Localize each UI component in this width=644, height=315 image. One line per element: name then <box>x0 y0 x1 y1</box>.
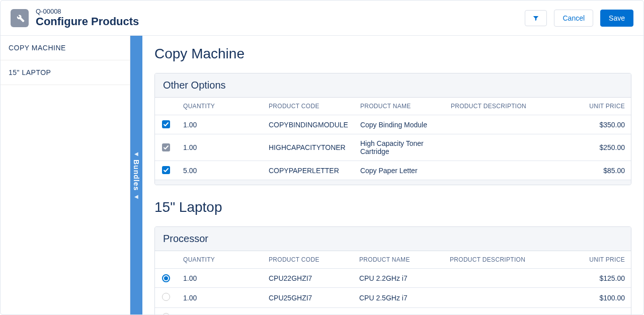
header-titles: Q-00008 Configure Products <box>36 8 139 28</box>
table-row: 1.00COPYBINDINGMODULECopy Binding Module… <box>155 115 631 134</box>
col-select <box>155 98 177 115</box>
page-title: Configure Products <box>36 15 139 28</box>
quote-id: Q-00008 <box>36 8 139 15</box>
cell-price: $350.00 <box>571 115 631 134</box>
filter-icon <box>532 15 539 22</box>
col-desc: PRODUCT DESCRIPTION <box>445 98 571 115</box>
cell-name: CPU 2.8GHz i7 <box>353 308 444 314</box>
cell-description <box>445 161 571 180</box>
save-button[interactable]: Save <box>600 10 633 27</box>
col-code: PRODUCT CODE <box>263 251 353 269</box>
table-row: 1.00HIGHCAPACITYTONERHigh Capacity Toner… <box>155 134 631 161</box>
cell-price: $85.00 <box>571 161 631 180</box>
cell-quantity: 1.00 <box>177 269 263 288</box>
cell-description <box>445 134 571 161</box>
chevron-left-icon: ◀ <box>134 151 138 156</box>
header-left: Q-00008 Configure Products <box>11 8 139 28</box>
sidebar-item-15-laptop[interactable]: 15" LAPTOP <box>1 60 130 85</box>
cell-code: HIGHCAPACITYTONER <box>263 134 354 161</box>
body: COPY MACHINE 15" LAPTOP ◀ Bundles ◀ Copy… <box>1 36 643 314</box>
cell-description <box>444 308 571 314</box>
options-table: QUANTITYPRODUCT CODEPRODUCT NAMEPRODUCT … <box>155 251 631 314</box>
bundles-collapse-tab[interactable]: ◀ Bundles ◀ <box>130 36 142 314</box>
table-row: 1.00CPU28GHZI7CPU 2.8GHz i7$250.00 <box>155 308 631 314</box>
cell-name: CPU 2.2GHz i7 <box>353 269 444 288</box>
col-price: UNIT PRICE <box>571 98 631 115</box>
cell-code: COPYPAPERLETTER <box>263 161 354 180</box>
app-frame: Q-00008 Configure Products Cancel Save C… <box>0 0 644 315</box>
col-quantity: QUANTITY <box>177 98 263 115</box>
table-row: 5.00COPYPAPERLETTERCopy Paper Letter$85.… <box>155 161 631 180</box>
panel-footer-gap <box>155 180 631 185</box>
section-title: 15" Laptop <box>154 199 631 215</box>
row-checkbox <box>162 143 170 151</box>
cell-name: High Capacity Toner Cartridge <box>354 134 445 161</box>
col-name: PRODUCT NAME <box>353 251 444 269</box>
row-radio[interactable] <box>162 274 170 282</box>
cell-name: Copy Binding Module <box>354 115 445 134</box>
cell-quantity: 1.00 <box>177 115 263 134</box>
col-price: UNIT PRICE <box>571 251 631 269</box>
panel-header: Processor <box>155 227 631 251</box>
filter-button[interactable] <box>525 10 547 26</box>
row-checkbox[interactable] <box>162 120 170 128</box>
bundles-tab-label: Bundles <box>132 160 140 191</box>
header-actions: Cancel Save <box>525 10 633 27</box>
sidebar: COPY MACHINE 15" LAPTOP <box>1 36 130 314</box>
option-panel: Other OptionsQUANTITYPRODUCT CODEPRODUCT… <box>154 73 631 185</box>
cell-quantity: 5.00 <box>177 161 263 180</box>
cell-description <box>445 115 571 134</box>
cell-name: Copy Paper Letter <box>354 161 445 180</box>
panel-header: Other Options <box>155 73 631 98</box>
col-code: PRODUCT CODE <box>263 98 354 115</box>
col-quantity: QUANTITY <box>177 251 263 269</box>
options-table: QUANTITYPRODUCT CODEPRODUCT NAMEPRODUCT … <box>155 98 631 180</box>
wrench-icon <box>11 9 29 27</box>
cell-price: $125.00 <box>571 269 631 288</box>
main-content: Copy MachineOther OptionsQUANTITYPRODUCT… <box>142 36 643 314</box>
col-desc: PRODUCT DESCRIPTION <box>444 251 571 269</box>
sidebar-item-label: COPY MACHINE <box>9 44 66 52</box>
cell-code: COPYBINDINGMODULE <box>263 115 354 134</box>
cell-price: $250.00 <box>571 308 631 314</box>
cell-code: CPU25GHZI7 <box>263 288 353 308</box>
cell-description <box>444 288 571 308</box>
col-name: PRODUCT NAME <box>354 98 445 115</box>
cell-code: CPU28GHZI7 <box>263 308 353 314</box>
section-title: Copy Machine <box>154 46 631 62</box>
row-radio[interactable] <box>162 293 170 301</box>
sidebar-item-copy-machine[interactable]: COPY MACHINE <box>1 36 130 60</box>
cell-price: $100.00 <box>571 288 631 308</box>
row-radio[interactable] <box>162 313 170 314</box>
cell-quantity: 1.00 <box>177 134 263 161</box>
cell-quantity: 1.00 <box>177 288 263 308</box>
page-header: Q-00008 Configure Products Cancel Save <box>1 1 643 36</box>
chevron-left-icon: ◀ <box>134 194 138 199</box>
option-panel: ProcessorQUANTITYPRODUCT CODEPRODUCT NAM… <box>154 226 631 314</box>
col-select <box>155 251 177 269</box>
cell-name: CPU 2.5GHz i7 <box>353 288 444 308</box>
sidebar-item-label: 15" LAPTOP <box>9 68 51 76</box>
table-row: 1.00CPU22GHZI7CPU 2.2GHz i7$125.00 <box>155 269 631 288</box>
row-checkbox[interactable] <box>162 166 170 174</box>
cancel-button[interactable]: Cancel <box>554 10 593 27</box>
cell-description <box>444 269 571 288</box>
cell-quantity: 1.00 <box>177 308 263 314</box>
cell-code: CPU22GHZI7 <box>263 269 353 288</box>
table-row: 1.00CPU25GHZI7CPU 2.5GHz i7$100.00 <box>155 288 631 308</box>
cell-price: $250.00 <box>571 134 631 161</box>
